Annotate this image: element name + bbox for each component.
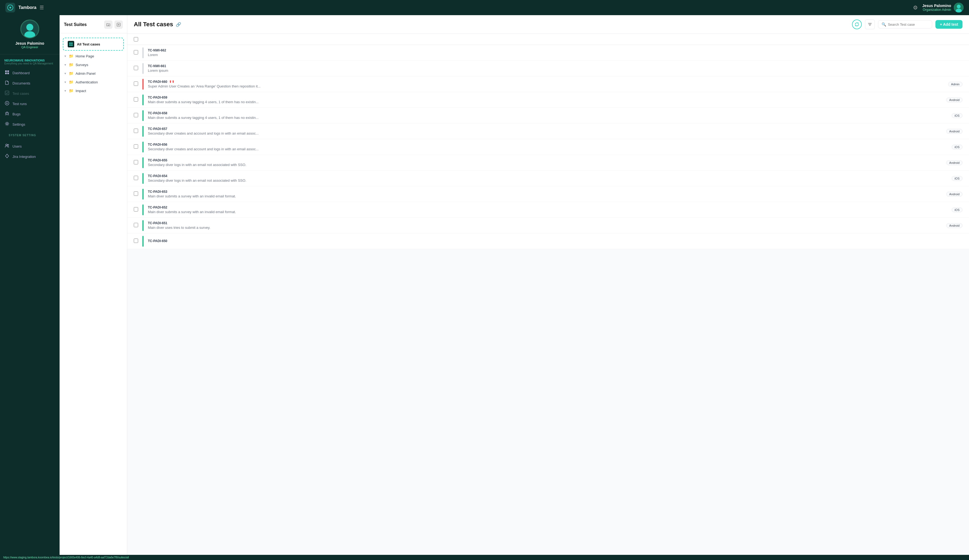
- suite-name-authentication: Authentication: [76, 80, 123, 84]
- row-checkbox[interactable]: [134, 176, 138, 180]
- table-row: TC-PADI-657 Secondary diver creates and …: [127, 123, 969, 139]
- add-suite-button[interactable]: [115, 21, 123, 29]
- system-section-label: SYSTEM SETTING: [4, 134, 55, 139]
- jira-icon: [4, 154, 10, 159]
- row-checkbox[interactable]: [134, 129, 138, 133]
- row-indicator: [142, 157, 143, 168]
- row-checkbox-container: [134, 176, 139, 181]
- sidebar-item-test-cases: Test cases: [0, 88, 60, 98]
- row-checkbox[interactable]: [134, 97, 138, 101]
- test-name: Main diver uses tries to submit a survey…: [148, 226, 946, 229]
- row-checkbox[interactable]: [134, 113, 138, 117]
- row-indicator: [142, 141, 143, 153]
- profile-avatar: [20, 20, 39, 38]
- row-checkbox[interactable]: [134, 160, 138, 165]
- search-input[interactable]: [888, 22, 929, 27]
- row-checkbox[interactable]: [134, 223, 138, 227]
- row-content: TC-PADI-658 Main diver submits a survey …: [148, 111, 952, 120]
- row-checkbox[interactable]: [134, 207, 138, 211]
- sidebar-item-users[interactable]: Users: [0, 141, 60, 151]
- svg-rect-7: [5, 70, 7, 72]
- row-checkbox[interactable]: [134, 191, 138, 196]
- main-header: All Test cases 🔗 🔍 + Add test: [127, 15, 969, 34]
- row-content: TC-PADI-651 Main diver uses tries to sub…: [148, 221, 946, 229]
- row-indicator: [142, 173, 143, 184]
- filter-button[interactable]: [865, 20, 875, 29]
- test-id: TC-PADI-652: [148, 206, 952, 209]
- suite-name-admin-panel: Admin Panel: [76, 71, 123, 76]
- refresh-button[interactable]: [852, 20, 862, 29]
- row-checkbox[interactable]: [134, 66, 138, 70]
- sidebar-item-jira-integration[interactable]: Jira Integration: [0, 151, 60, 162]
- row-indicator: [142, 189, 143, 199]
- settings-icon[interactable]: ⚙: [913, 4, 918, 11]
- row-checkbox[interactable]: [134, 145, 138, 149]
- test-tag: Android: [946, 129, 962, 134]
- link-icon[interactable]: 🔗: [176, 22, 181, 27]
- add-folder-button[interactable]: [104, 21, 112, 29]
- sidebar: Jesus Palomino QA Engineer NEUROWAVE INN…: [0, 15, 60, 560]
- svg-rect-20: [69, 45, 71, 46]
- row-indicator: [142, 95, 143, 105]
- svg-point-5: [26, 24, 33, 31]
- suite-name-impact: Impact: [76, 89, 123, 93]
- row-content: TC-PADI-657 Secondary diver creates and …: [148, 127, 946, 135]
- test-id: TC-NWI-661: [148, 64, 962, 68]
- row-content: TC-PADI-659 Main diver submits a survey …: [148, 96, 946, 104]
- row-checkbox[interactable]: [134, 239, 138, 243]
- all-test-cases-icon: [68, 41, 74, 47]
- test-name: Main diver submits a survey tagging 4 us…: [148, 100, 946, 104]
- table-row: TC-PADI-653 Main diver submits a survey …: [127, 186, 969, 202]
- suites-list: All Test cases ▼ 📁 Home Page ▼ 📁 Surveys…: [60, 33, 127, 98]
- row-checkbox-container: [134, 223, 139, 228]
- profile-role: QA Engineer: [22, 45, 38, 49]
- suite-item-surveys[interactable]: ▼ 📁 Surveys: [60, 60, 127, 69]
- users-icon: [4, 143, 10, 149]
- folder-icon: 📁: [69, 80, 73, 84]
- row-indicator: [142, 220, 143, 231]
- folder-icon: 📁: [69, 88, 73, 93]
- add-test-label: + Add test: [940, 22, 958, 27]
- sidebar-item-bugs[interactable]: Bugs: [0, 109, 60, 119]
- row-checkbox[interactable]: [134, 81, 138, 86]
- row-checkbox-container: [134, 66, 139, 71]
- row-content: TC-PADI-656 Secondary diver creates and …: [148, 143, 952, 151]
- row-checkbox-container: [134, 191, 139, 197]
- suite-item-impact[interactable]: ▼ 📁 Impact: [60, 86, 127, 95]
- org-section: NEUROWAVE INNOVATIONS Everything you nee…: [0, 55, 60, 68]
- row-checkbox-container: [134, 113, 139, 118]
- sidebar-item-test-runs[interactable]: Test runs: [0, 98, 60, 109]
- row-checkbox-container: [134, 50, 139, 55]
- user-role-label: Organization Admin: [922, 8, 951, 12]
- test-id: TC-NWI-662: [148, 48, 962, 52]
- row-indicator: [142, 126, 143, 137]
- suites-title: Test Suites: [64, 22, 87, 27]
- add-test-button[interactable]: + Add test: [936, 20, 962, 29]
- all-test-cases-item[interactable]: All Test cases: [63, 38, 124, 51]
- sidebar-item-documents[interactable]: Documents: [0, 78, 60, 88]
- sidebar-item-label-users: Users: [12, 145, 22, 148]
- row-content: TC-PADI-655 Secondary diver logs in with…: [148, 158, 946, 167]
- suite-item-admin-panel[interactable]: ▼ 📁 Admin Panel: [60, 69, 127, 78]
- main-title-area: All Test cases 🔗: [134, 21, 181, 28]
- sidebar-item-label-settings: Settings: [12, 122, 25, 126]
- table-row: TC-PADI-654 Secondary diver logs in with…: [127, 171, 969, 186]
- test-id: TC-PADI-658: [148, 111, 952, 115]
- user-text: Jesus Palomino Organization Admin: [922, 3, 951, 12]
- suite-item-home-page[interactable]: ▼ 📁 Home Page: [60, 52, 127, 60]
- row-checkbox[interactable]: [134, 50, 138, 55]
- row-checkbox-container: [134, 160, 139, 165]
- user-info: Jesus Palomino Organization Admin: [922, 3, 964, 12]
- suite-item-authentication[interactable]: ▼ 📁 Authentication: [60, 78, 127, 86]
- svg-rect-18: [69, 43, 71, 44]
- sidebar-item-settings[interactable]: Settings: [0, 119, 60, 130]
- select-all-checkbox[interactable]: [134, 37, 138, 42]
- row-indicator: [142, 47, 143, 58]
- username-label: Jesus Palomino: [922, 3, 951, 8]
- user-avatar[interactable]: [954, 3, 964, 12]
- sidebar-item-dashboard[interactable]: Dashboard: [0, 68, 60, 78]
- test-runs-icon: [4, 101, 10, 106]
- documents-icon: [4, 80, 10, 86]
- menu-toggle-icon[interactable]: ☰: [40, 5, 44, 10]
- sidebar-item-label-test-cases: Test cases: [12, 91, 29, 96]
